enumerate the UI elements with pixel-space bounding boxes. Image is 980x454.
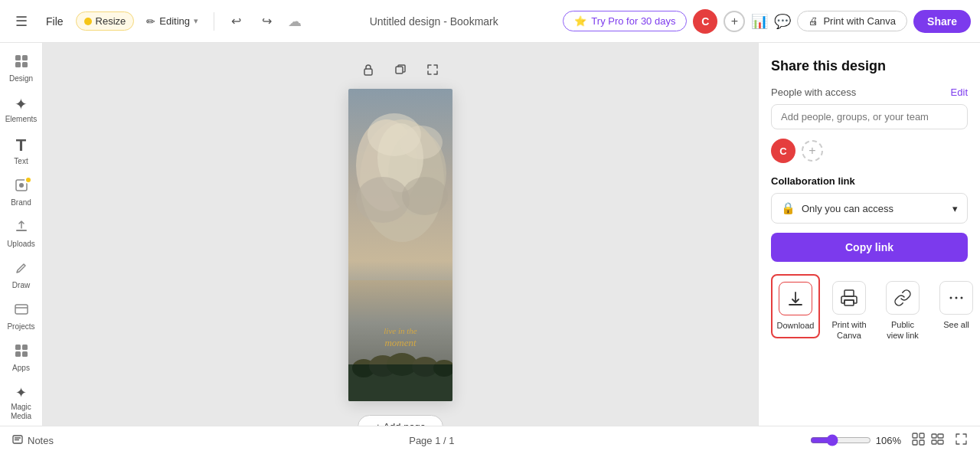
try-pro-button[interactable]: ⭐ Try Pro for 30 days [563,11,687,31]
svg-rect-34 [844,300,854,305]
share-option-public-view[interactable]: Public view link [878,274,927,348]
redo-button[interactable]: ↪ [254,9,279,34]
printer-icon: 🖨 [808,15,818,27]
see-all-icon [939,281,973,315]
public-view-icon [886,281,920,315]
text-icon: T [16,136,26,155]
svg-rect-44 [932,440,936,444]
list-view-button[interactable] [929,431,946,450]
sidebar-item-brand[interactable]: Brand [2,173,41,211]
topbar-right: ⭐ Try Pro for 30 days C + 📊 💬 🖨 Print wi… [563,9,971,34]
duplicate-button[interactable] [389,58,412,81]
uploads-icon [14,219,29,238]
svg-rect-9 [22,345,28,350]
see-all-label: See all [943,319,969,330]
owner-avatar[interactable]: C [771,139,795,163]
user-avatar[interactable]: C [693,9,717,34]
share-option-download[interactable]: Download [771,274,820,338]
sidebar-item-magic-media[interactable]: ✦ Magic Media [2,380,41,426]
share-button[interactable]: Share [913,10,971,33]
svg-rect-42 [920,440,924,445]
lock-button[interactable] [357,58,380,81]
svg-text:live in the: live in the [384,326,416,335]
sidebar-item-elements[interactable]: ✦ Elements [2,90,41,128]
share-option-print[interactable]: Print with Canva [825,274,874,348]
page-info: Page 1 / 1 [409,435,454,446]
add-person-button[interactable]: + [802,140,823,162]
svg-rect-3 [22,62,28,67]
sidebar-item-text[interactable]: T Text [2,131,41,170]
svg-rect-39 [913,433,917,438]
lock-icon: 🔒 [781,201,795,215]
access-label: Only you can access [802,203,893,214]
svg-rect-0 [15,55,21,60]
cloud-save-icon[interactable]: ☁ [285,13,305,30]
star-icon: ⭐ [574,15,586,27]
download-label: Download [777,320,815,331]
editing-button[interactable]: ✏ Editing ▾ [140,12,204,31]
brand-notification-dot [24,176,32,184]
editing-label: Editing [159,15,190,27]
print-with-canva-button[interactable]: 🖨 Print with Canva [797,11,907,31]
svg-rect-6 [16,230,27,231]
collaboration-link-label: Collaboration link [771,175,968,187]
svg-rect-43 [932,434,936,438]
hamburger-icon: ☰ [15,13,28,30]
svg-point-37 [961,297,963,299]
main-area: Design ✦ Elements T Text Brand Uploads [0,43,980,426]
copy-link-button[interactable]: Copy link [771,233,968,262]
design-card[interactable]: live in the moment [348,89,452,401]
share-panel: Share this design People with access Edi… [758,43,980,426]
file-menu-button[interactable]: File [40,12,70,31]
undo-button[interactable]: ↩ [224,9,248,34]
notes-button[interactable]: Notes [12,434,54,447]
download-icon [779,282,812,315]
share-options: Download Print with Canva Public view li… [771,274,968,348]
sidebar-item-design[interactable]: Design [2,49,41,87]
print-canva-label: Print with Canva [823,15,896,27]
sidebar-item-apps[interactable]: Apps [2,338,41,377]
svg-point-36 [956,297,958,299]
analytics-icon[interactable]: 📊 [751,13,768,30]
add-people-input[interactable] [771,104,968,129]
svg-rect-11 [22,351,28,357]
resize-label: Resize [96,15,126,27]
canvas-area[interactable]: live in the moment + Add page [43,43,758,426]
fullscreen-button[interactable] [955,433,968,449]
sidebar-item-draw[interactable]: Draw [2,256,41,294]
resize-button[interactable]: Resize [76,11,135,31]
zoom-level: 106% [876,435,901,446]
share-option-see-all[interactable]: See all [932,274,980,337]
grid-view-button[interactable] [910,431,926,450]
view-buttons [910,431,946,450]
svg-rect-1 [22,55,28,60]
brand-icon [14,178,29,197]
magic-media-icon: ✦ [15,384,27,401]
expand-canvas-button[interactable] [421,58,444,81]
chevron-down-icon: ▾ [194,16,198,26]
access-left: 🔒 Only you can access [781,201,893,215]
print-icon [832,281,866,315]
comments-icon[interactable]: 💬 [774,13,791,30]
sidebar-text-label: Text [14,157,28,165]
svg-text:moment: moment [384,337,416,348]
edit-access-link[interactable]: Edit [951,87,968,98]
notes-label: Notes [28,435,54,446]
sidebar-item-uploads[interactable]: Uploads [2,214,41,253]
access-dropdown[interactable]: 🔒 Only you can access ▾ [771,193,968,224]
zoom-slider[interactable] [810,434,871,446]
notes-icon [12,434,23,447]
add-page-button[interactable]: + Add page [358,415,443,426]
share-label: Share [927,15,957,28]
svg-point-20 [356,177,410,223]
chevron-icon: ▾ [952,203,958,214]
canvas-wrapper: live in the moment [348,89,452,401]
svg-rect-7 [15,305,28,314]
canvas-artwork: live in the moment [348,89,452,401]
add-collaborator-button[interactable]: + [724,11,745,32]
menu-icon[interactable]: ☰ [9,9,34,34]
sidebar-design-label: Design [9,74,33,83]
sidebar-item-projects[interactable]: Projects [2,297,41,335]
svg-point-35 [950,297,952,299]
elements-icon: ✦ [15,95,28,113]
